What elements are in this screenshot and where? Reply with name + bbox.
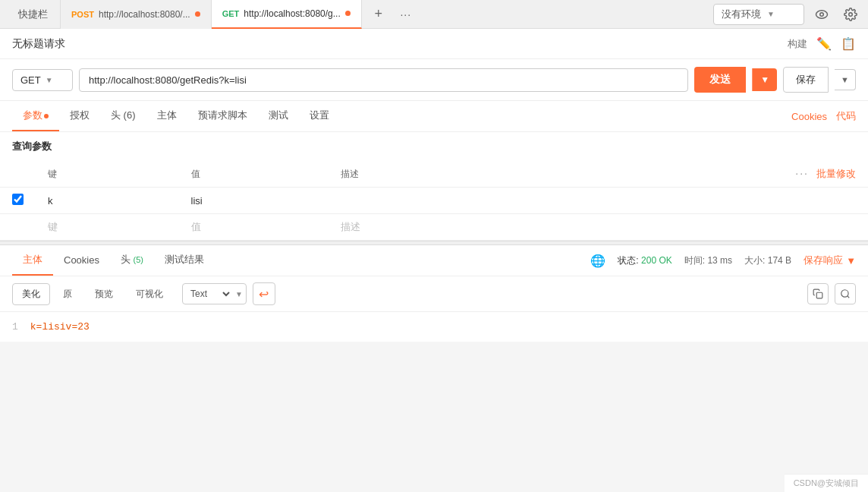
tab-prescripts[interactable]: 预请求脚本: [187, 101, 258, 131]
more-options-button[interactable]: ···: [795, 167, 809, 179]
tab-bar-right: 没有环境 ▼: [713, 3, 862, 26]
time-label: 时间: 13 ms: [684, 254, 732, 267]
tab-get-dot: [345, 11, 351, 16]
eye-icon-button[interactable]: [810, 3, 833, 26]
col-actions: ··· 批量修改: [513, 161, 868, 188]
save-response-chevron: ▼: [846, 255, 856, 266]
col-check: [0, 161, 36, 188]
request-title: 无标题请求: [12, 37, 65, 51]
send-dropdown-button[interactable]: ▼: [752, 68, 777, 91]
tab-post-dot: [195, 11, 200, 17]
placeholder-key[interactable]: 键: [36, 214, 179, 241]
svg-point-2: [849, 12, 853, 16]
edit-icon-button[interactable]: ✏️: [816, 36, 832, 51]
status-value: 200 OK: [641, 255, 672, 266]
text-type-select[interactable]: Text JSON HTML XML: [183, 284, 232, 304]
tab-prescripts-label: 预请求脚本: [198, 109, 247, 121]
beautify-button[interactable]: 美化: [12, 283, 50, 305]
tab-params[interactable]: 参数: [12, 101, 59, 131]
save-response-button[interactable]: 保存响应 ▼: [804, 254, 856, 267]
save-response-label: 保存响应: [804, 254, 843, 267]
response-tab-cookies-label: Cookies: [64, 254, 99, 266]
tab-get[interactable]: GET http://localhost:8080/g...: [212, 0, 362, 29]
response-tab-body-label: 主体: [23, 254, 42, 265]
gear-icon-button[interactable]: [839, 3, 862, 26]
row-checkbox[interactable]: [12, 194, 24, 205]
tab-tests-label: 测试: [269, 109, 288, 121]
send-button[interactable]: 发送: [694, 67, 746, 93]
tab-headers[interactable]: 头 (6): [100, 101, 146, 131]
response-toolbar: 美化 原 预览 可视化 Text JSON HTML XML ▼ ↩: [0, 276, 868, 312]
tab-bar: 快捷栏 POST http://localhost:8080/... GET h…: [0, 0, 868, 29]
title-right: 构建 ✏️ 📋: [788, 36, 856, 51]
toolbar-right: [807, 283, 856, 304]
method-label: GET: [20, 74, 41, 86]
quick-access[interactable]: 快捷栏: [6, 0, 61, 29]
visualize-button[interactable]: 可视化: [126, 283, 173, 305]
bulk-edit-button[interactable]: 批量修改: [816, 168, 856, 179]
tab-body[interactable]: 主体: [146, 101, 187, 131]
save-to-collection-icon[interactable]: 📋: [841, 36, 856, 51]
url-bar: GET ▼ 发送 ▼ 保存 ▼: [0, 59, 868, 101]
tab-settings-label: 设置: [310, 109, 329, 121]
more-tabs-button[interactable]: ···: [395, 4, 417, 25]
tab-auth[interactable]: 授权: [59, 101, 100, 131]
row-desc[interactable]: [329, 188, 513, 214]
text-type-chevron-icon: ▼: [232, 290, 246, 298]
footer: CSDN@安城倾目: [785, 474, 868, 492]
method-chevron-icon: ▼: [46, 76, 53, 84]
globe-icon[interactable]: 🌐: [590, 254, 605, 268]
params-tabs: 参数 授权 头 (6) 主体 预请求脚本 测试 设置 Cookies 代码: [0, 101, 868, 132]
code-link[interactable]: 代码: [836, 109, 856, 123]
params-table: 键 值 描述 ··· 批量修改 k lisi 键 值 描述: [0, 161, 868, 241]
env-chevron-icon: ▼: [767, 10, 775, 18]
placeholder-action: [513, 214, 868, 241]
tab-get-url: http://localhost:8080/g...: [244, 8, 340, 19]
env-selector[interactable]: 没有环境 ▼: [713, 4, 804, 25]
add-tab-button[interactable]: +: [368, 4, 389, 25]
response-status-bar: 🌐 状态: 200 OK 时间: 13 ms 大小: 174 B 保存响应 ▼: [590, 254, 856, 268]
line-number: 1: [12, 321, 18, 333]
preview-button[interactable]: 预览: [85, 283, 123, 305]
text-type-selector[interactable]: Text JSON HTML XML ▼: [182, 283, 247, 304]
tab-body-label: 主体: [157, 109, 177, 121]
placeholder-value[interactable]: 值: [179, 214, 329, 241]
svg-point-0: [816, 10, 828, 18]
table-row: k lisi: [0, 188, 868, 214]
raw-button[interactable]: 原: [53, 283, 82, 305]
row-checkbox-cell: [0, 188, 36, 214]
url-input[interactable]: [79, 68, 688, 92]
response-content: k=lisiv=23: [30, 321, 90, 333]
tab-settings[interactable]: 设置: [299, 101, 340, 131]
save-dropdown-button[interactable]: ▼: [835, 69, 856, 90]
response-tab-test-results[interactable]: 测试结果: [154, 245, 215, 276]
response-tabs: 主体 Cookies 头 (5) 测试结果 🌐 状态: 200 OK 时间: 1…: [0, 245, 868, 276]
row-key[interactable]: k: [36, 188, 179, 214]
placeholder-desc[interactable]: 描述: [329, 214, 513, 241]
response-tab-body[interactable]: 主体: [12, 245, 53, 276]
col-desc: 描述: [329, 161, 513, 188]
wrap-lines-button[interactable]: ↩: [253, 282, 275, 305]
cookies-link[interactable]: Cookies: [791, 111, 827, 122]
query-params-header: 查询参数: [0, 132, 868, 161]
placeholder-checkbox-cell: [0, 214, 36, 241]
tab-headers-label: 头 (6): [111, 109, 136, 121]
response-body: 1k=lisiv=23: [0, 312, 868, 342]
response-headers-badge: (5): [134, 255, 143, 264]
response-tab-cookies[interactable]: Cookies: [53, 247, 110, 275]
tab-get-method: GET: [222, 9, 240, 18]
method-select[interactable]: GET ▼: [12, 69, 73, 91]
copy-button[interactable]: [807, 283, 829, 304]
tab-tests[interactable]: 测试: [258, 101, 299, 131]
row-value[interactable]: lisi: [179, 188, 329, 214]
tab-post[interactable]: POST http://localhost:8080/...: [61, 0, 212, 29]
save-button[interactable]: 保存: [783, 67, 829, 93]
status-label: 状态: 200 OK: [618, 254, 671, 267]
response-tab-headers-label: 头: [121, 254, 134, 265]
params-dot: [44, 114, 49, 118]
response-tab-headers[interactable]: 头 (5): [110, 245, 154, 276]
col-key: 键: [36, 161, 179, 188]
request-title-bar: 无标题请求 构建 ✏️ 📋: [0, 29, 868, 59]
search-button[interactable]: [835, 283, 856, 304]
tab-post-url: http://localhost:8080/...: [99, 9, 190, 20]
